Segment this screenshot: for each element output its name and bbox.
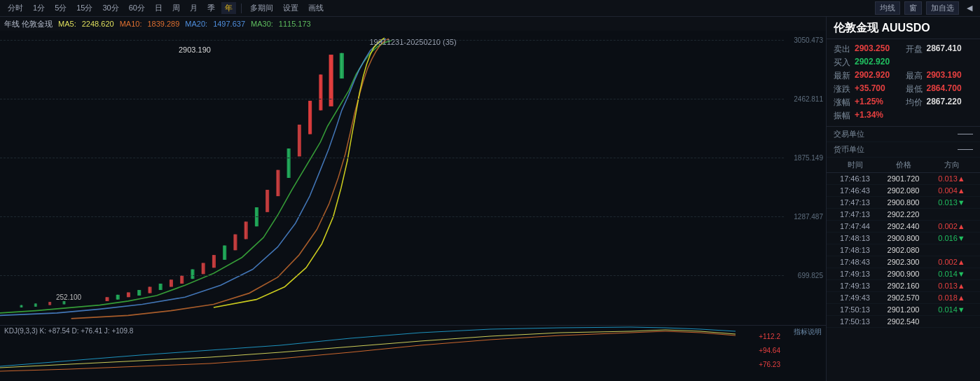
- trade-direction: 0.013▼: [927, 198, 976, 207]
- timeframe-month[interactable]: 月: [186, 2, 201, 14]
- chart-high-label: 2903.190: [179, 46, 211, 54]
- svg-rect-40: [265, 190, 269, 212]
- timeframe-15m[interactable]: 15分: [73, 2, 96, 14]
- table-row: 17:48:13 2902.080: [827, 244, 980, 256]
- svg-rect-14: [127, 292, 130, 297]
- timeframe-60m[interactable]: 60分: [125, 2, 149, 14]
- ma5-label: MA5:: [58, 20, 76, 28]
- amplitude: +1.34%: [855, 110, 902, 122]
- price-level-2: 2462.811: [794, 95, 823, 102]
- col-price: 价格: [879, 160, 927, 170]
- trade-direction: 0.002▲: [927, 222, 976, 230]
- trade-time: 17:49:13: [831, 270, 879, 278]
- table-row: 17:46:43 2902.080 0.004▲: [827, 185, 980, 197]
- watchlist-btn[interactable]: 加自选: [926, 1, 959, 15]
- chart-canvas[interactable]: 19911231-20250210 (35) 3050.473 2462.811…: [0, 31, 826, 325]
- col-time: 时间: [831, 160, 879, 170]
- trade-price: 2902.540: [879, 317, 927, 326]
- price-grid: 卖出 2903.250 开盘 2867.410 买入 2902.920 最新 2…: [827, 39, 980, 127]
- trade-time: 17:49:43: [831, 293, 879, 302]
- window-toggle[interactable]: 窗: [904, 1, 922, 15]
- svg-rect-18: [148, 287, 151, 293]
- price-level-5: 699.825: [798, 271, 823, 279]
- settings-btn[interactable]: 设置: [279, 2, 302, 14]
- trade-table-header: 时间 价格 方向: [827, 158, 980, 173]
- trade-table[interactable]: 时间 价格 方向 17:46:13 2901.720 0.013▲ 17:46:…: [827, 158, 980, 381]
- svg-rect-4: [34, 303, 37, 307]
- currency-row: 货币单位 ——: [827, 142, 980, 158]
- trade-direction: [927, 317, 976, 326]
- svg-rect-50: [319, 74, 322, 110]
- trade-unit-row: 交易单位 ——: [827, 127, 980, 142]
- timeframe-day[interactable]: 日: [151, 2, 166, 14]
- change-value: +35.700: [855, 83, 902, 95]
- chart-low-label: 252.100: [56, 293, 81, 301]
- trade-price: 2900.800: [879, 234, 927, 242]
- open-label: 开盘: [906, 43, 923, 55]
- timeframe-5m[interactable]: 5分: [51, 2, 70, 14]
- kdj-indicator-btn[interactable]: 指标说明: [794, 327, 822, 337]
- table-row: 17:49:13 2902.160 0.013▲: [827, 280, 980, 292]
- svg-rect-6: [48, 302, 51, 305]
- trade-direction: [927, 210, 976, 219]
- timeframe-30m[interactable]: 30分: [99, 2, 123, 14]
- ma5-value: 2248.620: [82, 20, 114, 28]
- trade-time: 17:46:43: [831, 186, 879, 195]
- svg-rect-52: [329, 55, 333, 106]
- svg-rect-2: [20, 305, 22, 307]
- table-row: 17:48:13 2900.800 0.016▼: [827, 233, 980, 244]
- trade-price: 2902.080: [879, 186, 927, 195]
- amplitude-label: 振幅: [834, 110, 850, 122]
- table-row: 17:50:13 2901.200 0.014▼: [827, 304, 980, 316]
- symbol-title: 伦敦金现 AUUSDO: [827, 17, 980, 39]
- trade-direction: 0.014▼: [927, 270, 976, 278]
- ma20-label: MA20:: [185, 20, 207, 28]
- change-pct: +1.25%: [855, 97, 902, 109]
- trade-time: 17:47:13: [831, 198, 879, 207]
- svg-rect-24: [180, 276, 184, 284]
- trade-time: 17:48:43: [831, 258, 879, 266]
- timeframe-week[interactable]: 周: [169, 2, 184, 14]
- trade-price: 2901.200: [879, 305, 927, 314]
- trade-price: 2902.300: [879, 258, 927, 266]
- avg-price: 2867.220: [927, 97, 974, 109]
- back-btn[interactable]: ◀: [963, 3, 976, 13]
- low-price: 2864.700: [927, 83, 974, 95]
- table-row: 17:48:43 2902.300 0.002▲: [827, 256, 980, 268]
- svg-rect-8: [62, 301, 65, 305]
- multi-period-btn[interactable]: 多期间: [247, 2, 277, 14]
- svg-rect-0: [0, 31, 826, 325]
- chart-area: 年线 伦敦金现 MA5: 2248.620 MA10: 1839.289 MA2…: [0, 17, 826, 381]
- main-content: 年线 伦敦金现 MA5: 2248.620 MA10: 1839.289 MA2…: [0, 17, 980, 381]
- svg-rect-10: [105, 297, 109, 301]
- timeframe-fenshi[interactable]: 分时: [4, 2, 27, 14]
- trade-time: 17:46:13: [831, 174, 879, 183]
- trade-rows-container: 17:46:13 2901.720 0.013▲ 17:46:43 2902.0…: [827, 173, 980, 328]
- price-level-1: 3050.473: [794, 36, 823, 43]
- trade-direction: 0.013▲: [927, 174, 976, 183]
- separator: [241, 4, 242, 13]
- svg-rect-48: [308, 101, 312, 134]
- table-row: 17:49:43 2902.570 0.018▲: [827, 292, 980, 304]
- trade-direction: 0.016▼: [927, 234, 976, 242]
- timeframe-quarter[interactable]: 季: [204, 2, 219, 14]
- change-label: 涨跌: [834, 83, 850, 95]
- timeframe-year[interactable]: 年: [221, 2, 236, 14]
- draw-btn[interactable]: 画线: [305, 2, 327, 14]
- trade-direction: 0.014▼: [927, 305, 976, 314]
- price-level-3: 1875.149: [794, 153, 823, 161]
- svg-rect-38: [255, 207, 258, 226]
- trade-price: 2900.900: [879, 270, 927, 278]
- svg-rect-22: [170, 279, 173, 286]
- ma10-label: MA10:: [120, 20, 142, 28]
- trade-time: 17:48:13: [831, 234, 879, 242]
- trade-price: 2901.720: [879, 174, 927, 183]
- table-row: 17:46:13 2901.720 0.013▲: [827, 173, 980, 185]
- timeframe-1m[interactable]: 1分: [29, 2, 48, 14]
- svg-rect-12: [116, 295, 120, 300]
- svg-rect-54: [340, 53, 344, 78]
- ma-toggle[interactable]: 均线: [875, 1, 900, 15]
- trade-direction: 0.018▲: [927, 293, 976, 302]
- latest-label: 最新: [834, 70, 850, 82]
- table-row: 17:47:44 2902.440 0.002▲: [827, 221, 980, 233]
